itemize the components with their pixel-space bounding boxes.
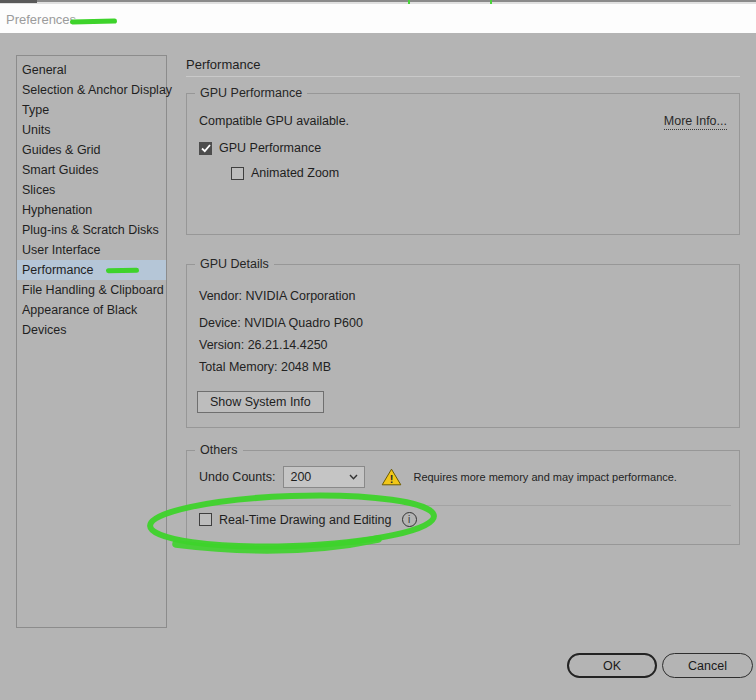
undo-counts-label: Undo Counts: xyxy=(199,470,275,484)
svg-text:!: ! xyxy=(390,473,394,485)
page-title-divider xyxy=(186,76,740,77)
undo-counts-value: 200 xyxy=(290,470,349,484)
checkmark-icon xyxy=(201,144,211,153)
sidebar-item-performance[interactable]: Performance xyxy=(17,260,166,280)
sidebar-item-general[interactable]: General xyxy=(17,60,166,80)
preferences-category-list: General Selection & Anchor Display Type … xyxy=(16,55,167,628)
sidebar-item-hyphenation[interactable]: Hyphenation xyxy=(17,200,166,220)
gpu-performance-checkbox-row[interactable]: GPU Performance xyxy=(199,141,321,155)
more-info-link[interactable]: More Info... xyxy=(664,114,727,130)
gpu-status-text: Compatible GPU available. xyxy=(199,114,349,128)
realtime-checkbox-row[interactable]: Real-Time Drawing and Editing i xyxy=(199,512,417,527)
gpu-vendor-text: Vendor: NVIDIA Corporation xyxy=(199,289,355,303)
page-title: Performance xyxy=(186,57,260,72)
sidebar-item-type[interactable]: Type xyxy=(17,100,166,120)
dialog-titlebar: Preferences xyxy=(0,4,756,33)
gpu-performance-legend: GPU Performance xyxy=(195,86,307,101)
warning-icon: ! xyxy=(381,468,402,486)
sidebar-item-slices[interactable]: Slices xyxy=(17,180,166,200)
others-divider xyxy=(197,505,731,506)
sidebar-item-plugins-scratch-disks[interactable]: Plug-ins & Scratch Disks xyxy=(17,220,166,240)
undo-warning-text: Requires more memory and may impact perf… xyxy=(413,471,676,483)
show-system-info-button[interactable]: Show System Info xyxy=(197,391,324,413)
sidebar-item-devices[interactable]: Devices xyxy=(17,320,166,340)
undo-counts-select[interactable]: 200 xyxy=(283,466,365,488)
info-icon[interactable]: i xyxy=(402,512,417,527)
others-legend: Others xyxy=(195,443,243,458)
gpu-device-text: Device: NVIDIA Quadro P600 xyxy=(199,316,363,330)
realtime-drawing-checkbox[interactable] xyxy=(199,513,212,526)
animated-zoom-checkbox[interactable] xyxy=(231,167,244,180)
gpu-performance-checkbox[interactable] xyxy=(199,142,212,155)
cancel-button[interactable]: Cancel xyxy=(662,653,753,678)
gpu-details-group: GPU Details Vendor: NVIDIA Corporation D… xyxy=(186,264,740,428)
gpu-performance-group: GPU Performance Compatible GPU available… xyxy=(186,93,740,235)
sidebar-item-units[interactable]: Units xyxy=(17,120,166,140)
gpu-version-text: Version: 26.21.14.4250 xyxy=(199,338,328,352)
sidebar-item-guides-grid[interactable]: Guides & Grid xyxy=(17,140,166,160)
sidebar-item-user-interface[interactable]: User Interface xyxy=(17,240,166,260)
sidebar-item-selection-anchor-display[interactable]: Selection & Anchor Display xyxy=(17,80,166,100)
window-top-corner xyxy=(0,0,37,3)
animated-zoom-checkbox-label: Animated Zoom xyxy=(251,166,339,180)
annotation-underline-title xyxy=(70,18,117,24)
chevron-down-icon xyxy=(349,474,358,480)
animated-zoom-checkbox-row[interactable]: Animated Zoom xyxy=(231,166,339,180)
gpu-performance-checkbox-label: GPU Performance xyxy=(219,141,321,155)
others-group: Others Undo Counts: 200 ! Requires more … xyxy=(186,450,740,545)
sidebar-item-appearance-of-black[interactable]: Appearance of Black xyxy=(17,300,166,320)
sidebar-item-smart-guides[interactable]: Smart Guides xyxy=(17,160,166,180)
dialog-title: Preferences xyxy=(6,12,76,27)
sidebar-item-file-handling-clipboard[interactable]: File Handling & Clipboard xyxy=(17,280,166,300)
gpu-memory-text: Total Memory: 2048 MB xyxy=(199,360,331,374)
ok-button[interactable]: OK xyxy=(567,653,657,678)
gpu-details-legend: GPU Details xyxy=(195,257,274,272)
annotation-underline-performance xyxy=(106,268,139,274)
realtime-drawing-checkbox-label: Real-Time Drawing and Editing xyxy=(219,513,392,527)
preferences-dialog: General Selection & Anchor Display Type … xyxy=(0,33,756,700)
